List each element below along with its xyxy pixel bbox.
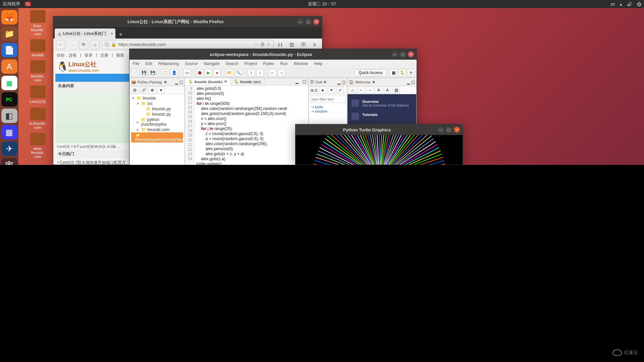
expand-icon[interactable]: ⤢	[336, 86, 344, 94]
terminal-button[interactable]: ▭	[183, 69, 191, 76]
tab-close-icon[interactable]: ✕	[224, 79, 227, 84]
dock-android-studio[interactable]: ◼	[1, 76, 17, 90]
run-button[interactable]: ▶	[205, 69, 212, 76]
sidebar-icon[interactable]: ▥	[287, 40, 297, 49]
tree-item[interactable]: ▾📁 src	[131, 101, 183, 106]
tree-item[interactable]: ▸📁 python (/usr/bin/pytho	[131, 117, 183, 127]
perspective-button[interactable]: ▦	[390, 69, 397, 76]
dock-writer[interactable]: 📄	[1, 43, 17, 57]
editor-tab-2[interactable]: 🐍linuxidc (src)	[231, 78, 265, 85]
view-max-icon[interactable]: ▢	[342, 80, 345, 84]
home-button[interactable]: ⌂	[90, 40, 100, 49]
site-nav-link[interactable]: 登录	[85, 53, 93, 58]
desktop-folder[interactable]: www.linuxidc.com	[23, 133, 52, 159]
desktop-folder[interactable]: linuxidc	[23, 39, 52, 57]
wc-font-icon[interactable]: A	[384, 86, 391, 94]
dock-switcher[interactable]: ◧	[1, 109, 17, 123]
maximize-button[interactable]: ▢	[446, 127, 452, 133]
firefox-tab-active[interactable]: △ Linux公社 - Linux系统门 ×	[55, 28, 115, 39]
next-annotation-button[interactable]: ↕	[256, 69, 264, 76]
site-nav-link[interactable]: 注册	[100, 53, 108, 58]
java-perspective-button[interactable]: ☕	[407, 69, 415, 76]
menu-refactoring[interactable]: Refactoring	[158, 61, 179, 66]
close-button[interactable]: ✕	[454, 127, 460, 133]
menu-project[interactable]: Project	[245, 61, 257, 66]
minimize-button[interactable]: —	[297, 19, 303, 25]
eclipse-menubar[interactable]: FileEditRefactoringSourceNavigateSearchP…	[129, 60, 417, 68]
view-min-icon[interactable]: ▁	[407, 80, 410, 84]
menu-pydev[interactable]: Pydev	[263, 61, 274, 66]
applications-menu[interactable]: 应用程序	[3, 1, 20, 7]
save-all-button[interactable]: 💾	[149, 69, 156, 76]
dock-pycharm[interactable]: PC	[1, 92, 17, 107]
menu-icon[interactable]: ≡	[310, 40, 319, 49]
view-close-icon[interactable]: ✕	[372, 80, 375, 84]
code-editor[interactable]: 9101112131415161718192021222324 alex.got…	[185, 85, 308, 165]
menu-run[interactable]: Run	[280, 61, 288, 66]
search-button[interactable]: 🔍	[235, 69, 242, 76]
tree-item[interactable]: 📁 linuxidc.py	[131, 106, 183, 112]
wc-zoom-icon[interactable]: A	[375, 86, 382, 94]
fwd-history-button[interactable]: →	[278, 69, 285, 76]
clock[interactable]: 星期二 20：57	[308, 1, 336, 7]
wc-back-icon[interactable]: ←	[358, 86, 365, 94]
prev-annotation-button[interactable]: ↕	[248, 69, 255, 76]
tk-indicator[interactable]: Tk	[25, 2, 31, 6]
tree-item[interactable]: 📁 RemoteSystemsTempFiles	[131, 132, 183, 142]
close-button[interactable]: ✕	[313, 19, 319, 25]
info-icon[interactable]: ⓘ	[105, 42, 109, 48]
eclipse-titlebar[interactable]: eclipse-workspace - linuxidc/linuxidc.py…	[129, 49, 417, 60]
desktop-folder[interactable]: linuxidc.com	[23, 60, 52, 82]
input-language[interactable]: zh	[610, 2, 615, 7]
view-menu-icon[interactable]: ▾	[157, 86, 165, 94]
wc-layout-icon[interactable]: ▥	[392, 86, 400, 94]
network-icon[interactable]: ▴	[620, 2, 622, 7]
user-button[interactable]: 👤	[170, 69, 178, 76]
save-button[interactable]: 💾	[140, 69, 148, 76]
back-history-button[interactable]: ←	[269, 69, 276, 76]
open-task-button[interactable]: 📂	[226, 69, 233, 76]
dock-screenshot[interactable]: ▦	[1, 125, 17, 139]
view-max-icon[interactable]: ▢	[179, 80, 183, 84]
close-button[interactable]: ✕	[408, 51, 414, 57]
quick-access[interactable]: Quick Access	[355, 69, 386, 76]
dock-software[interactable]: A	[1, 59, 17, 74]
desktop-folder[interactable]: Linux公社	[23, 85, 52, 104]
menu-help[interactable]: Help	[314, 61, 322, 66]
welcome-item[interactable]: OverviewGet an overview of the features	[350, 97, 414, 110]
back-button[interactable]: ←	[56, 40, 65, 49]
minimize-button[interactable]: —	[438, 127, 444, 133]
new-tab-button[interactable]: +	[119, 31, 123, 39]
sort-icon[interactable]: a↓z	[310, 86, 318, 94]
site-nav-link[interactable]: 搜索	[116, 53, 124, 58]
tab-close-icon[interactable]: ×	[111, 31, 113, 36]
firefox-titlebar[interactable]: Linux公社 - Linux系统门户网站 - Mozilla Firefox …	[53, 16, 322, 27]
reader-icon[interactable]: ☰	[261, 42, 265, 47]
outline-item[interactable]: ⇢ turtle	[311, 105, 345, 109]
collapse-icon[interactable]: ✶	[328, 86, 335, 94]
menu-search[interactable]: Search	[226, 61, 238, 66]
library-icon[interactable]: ⫿⫿	[276, 40, 285, 49]
menu-file[interactable]: File	[133, 61, 139, 66]
collapse-all-icon[interactable]: ⊟	[131, 86, 139, 94]
bookmark-star-icon[interactable]: ☆	[267, 42, 271, 47]
address-bar[interactable]: ⓘ 🔒 https://www.linuxidc.com ⋯ ☰ ☆	[102, 40, 274, 49]
editor-tab-1[interactable]: 🐍linuxidc (linuxidc)✕	[185, 78, 231, 85]
view-max-icon[interactable]: ▢	[301, 78, 308, 85]
maximize-button[interactable]: ▢	[400, 51, 406, 57]
view-close-icon[interactable]: ✕	[323, 80, 327, 84]
link-icon[interactable]: 🔗	[140, 86, 147, 94]
desktop-folder[interactable]: linux.linuxidc.com	[23, 10, 52, 36]
pydev-perspective-button[interactable]: 🐍	[398, 69, 406, 76]
power-icon[interactable]: ⏻	[637, 2, 641, 7]
focus-icon[interactable]: ⊕	[149, 86, 156, 94]
view-min-icon[interactable]: ▁	[175, 80, 178, 84]
dock-shell[interactable]: ✈	[1, 141, 17, 156]
view-min-icon[interactable]: ▁	[337, 80, 340, 84]
site-nav-link[interactable]: 你好，游客	[57, 53, 77, 58]
debug-button[interactable]: 🐞	[196, 69, 203, 76]
tree-item[interactable]: ▾📁 linuxidc	[131, 96, 183, 101]
wc-home-icon[interactable]: ⌂	[349, 86, 356, 94]
dock-files[interactable]: 📁	[1, 26, 17, 41]
menu-source[interactable]: Source	[185, 61, 198, 66]
